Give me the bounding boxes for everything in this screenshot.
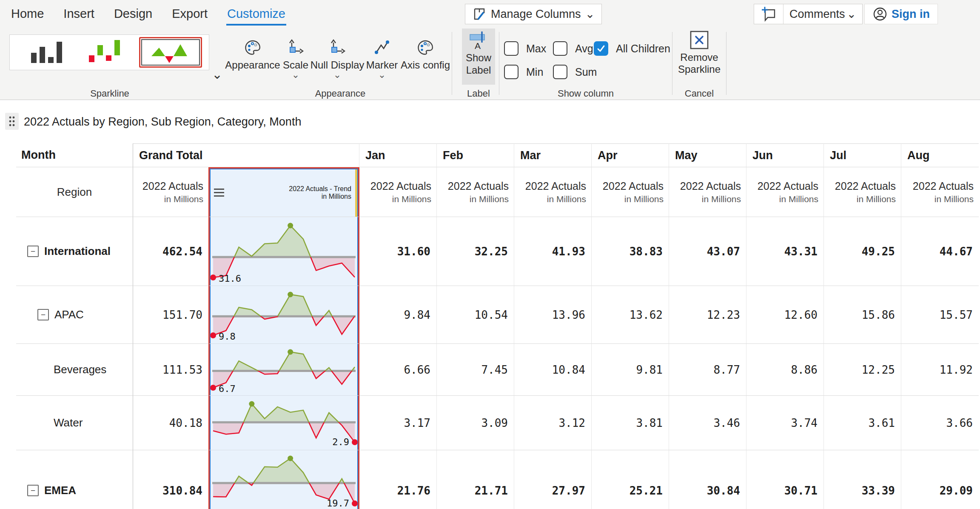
chevron-down-icon[interactable]: ⌄ — [308, 72, 367, 78]
unit-label: in Millions — [470, 194, 509, 204]
grand-total-measure-header[interactable]: 2022 Actualsin Millions — [133, 167, 208, 217]
measure-label: 2022 Actuals — [680, 180, 741, 192]
show-label-line2: Label — [462, 64, 495, 76]
column-header-aug[interactable]: Aug — [901, 143, 979, 167]
trend-sparkline: 9.8 — [211, 291, 357, 339]
sparkline-style-gallery — [9, 34, 209, 70]
tab-insert[interactable]: Insert — [63, 7, 94, 21]
trend-sparkline-cell[interactable]: 9.8 — [208, 286, 359, 344]
row-label-apac[interactable]: −APAC — [16, 286, 133, 344]
chevron-down-icon[interactable]: ⌄ — [364, 72, 400, 78]
collapse-icon[interactable]: − — [27, 485, 39, 496]
checkbox-sum[interactable] — [553, 65, 567, 79]
checkbox-max[interactable] — [504, 41, 518, 56]
month-value: 25.21 — [592, 450, 669, 509]
month-value: 31.60 — [359, 217, 437, 286]
unit-label: in Millions — [624, 194, 664, 204]
sign-in-label: Sign in — [892, 8, 930, 21]
remove-sparkline-button[interactable]: Remove Sparkline — [677, 29, 721, 91]
measure-label: 2022 Actuals — [913, 180, 974, 192]
trend-style-icon — [142, 40, 199, 65]
column-header-apr[interactable]: Apr — [592, 143, 669, 167]
measure-label: 2022 Actuals — [525, 180, 586, 192]
show-label-icon: A — [467, 30, 490, 50]
row-name: Beverages — [54, 363, 106, 376]
month-value: 9.84 — [359, 286, 437, 344]
checkbox-all-children[interactable] — [594, 41, 608, 56]
month-measure-header: 2022 Actualsin Millions — [359, 167, 437, 217]
trend-sparkline-cell[interactable]: 2.9 — [208, 396, 359, 450]
column-header-mar[interactable]: Mar — [514, 143, 592, 167]
trend-sparkline-cell[interactable]: 19.7 — [208, 450, 359, 509]
measure-label: 2022 Actuals — [142, 180, 203, 192]
chevron-down-icon[interactable]: ⌄ — [282, 72, 309, 78]
trend-sparkline-cell[interactable]: 6.7 — [208, 344, 359, 396]
show-label-toggle[interactable]: A Show Label — [462, 29, 495, 85]
row-dimension-label: Region — [16, 167, 133, 217]
sign-in-button[interactable]: Sign in — [864, 4, 938, 24]
column-header-may[interactable]: May — [669, 143, 746, 167]
checkbox-label: Sum — [575, 66, 597, 78]
row-label-beverages[interactable]: Beverages — [16, 344, 133, 396]
page-title: 2022 Actuals by Region, Sub Region, Cate… — [24, 100, 301, 143]
comments-button[interactable]: Comments ⌄ — [754, 4, 863, 24]
marker-button[interactable]: Marker⌄ — [364, 28, 400, 92]
column-header-jul[interactable]: Jul — [824, 143, 901, 167]
sparkline-style-bars[interactable] — [16, 38, 75, 66]
row-label-emea[interactable]: −EMEA — [16, 450, 133, 509]
scale-button[interactable]: Scale⌄ — [282, 28, 309, 92]
month-value: 7.45 — [437, 344, 514, 396]
tab-home[interactable]: Home — [11, 7, 44, 21]
ribbon-button-label: Axis config — [400, 59, 451, 71]
manage-columns-button[interactable]: Manage Columns ⌄ — [465, 4, 602, 24]
column-header-feb[interactable]: Feb — [437, 143, 514, 167]
add-comment-segment[interactable] — [754, 4, 783, 24]
month-value: 6.66 — [359, 344, 437, 396]
measure-label: 2022 Actuals — [603, 180, 664, 192]
checkbox-min[interactable] — [504, 65, 518, 79]
row-label-international[interactable]: −International — [16, 217, 133, 286]
show-label-line1: Show — [462, 51, 495, 64]
unit-label: in Millions — [857, 194, 896, 204]
collapse-icon[interactable]: − — [27, 246, 39, 257]
checkbox-label: Avg — [575, 43, 593, 55]
sparkline-style-trend-selected[interactable] — [139, 37, 202, 68]
tab-customize[interactable]: Customize — [227, 7, 285, 21]
palette-icon — [244, 39, 262, 57]
add-comment-icon — [760, 6, 777, 23]
month-value: 3.17 — [359, 396, 437, 450]
column-header-month[interactable]: Month — [16, 143, 133, 167]
column-header-grand-total[interactable]: Grand Total — [133, 143, 359, 167]
tab-design[interactable]: Design — [114, 7, 152, 21]
group-label-show-column: Show column — [543, 88, 628, 99]
column-menu-icon[interactable] — [214, 189, 224, 197]
axis-scale-icon — [328, 39, 346, 57]
grand-total-value: 151.70 — [133, 286, 208, 344]
month-value: 10.54 — [437, 286, 514, 344]
row-label-water[interactable]: Water — [16, 396, 133, 450]
month-value: 3.74 — [746, 396, 824, 450]
null-display-button[interactable]: Null Display⌄ — [308, 28, 367, 92]
axis-config-button[interactable]: Axis config — [400, 28, 451, 92]
month-value: 12.60 — [746, 286, 824, 344]
comments-segment[interactable]: Comments ⌄ — [783, 4, 862, 24]
tab-export[interactable]: Export — [172, 7, 208, 21]
column-header-jan[interactable]: Jan — [359, 143, 437, 167]
group-label-label: Label — [449, 88, 508, 99]
group-label-sparkline: Sparkline — [67, 88, 152, 99]
checkbox-label: All Children — [616, 43, 670, 55]
column-header-jun[interactable]: Jun — [746, 143, 824, 167]
sparkline-style-plus-minus[interactable] — [77, 38, 137, 66]
drag-handle-icon[interactable] — [5, 113, 19, 130]
checkbox-avg[interactable] — [553, 41, 567, 56]
trend-sparkline-cell[interactable]: 31.6 — [208, 217, 359, 286]
group-divider — [499, 32, 499, 95]
collapse-icon[interactable]: − — [37, 309, 49, 320]
gallery-more-chevron-icon[interactable]: ⌄ — [212, 67, 222, 82]
unit-label: in Millions — [547, 194, 586, 204]
check-icon — [596, 44, 606, 53]
measure-label: 2022 Actuals — [370, 180, 431, 192]
month-value: 13.62 — [592, 286, 669, 344]
appearance-button[interactable]: Appearance — [225, 28, 280, 92]
trend-column-header-selected[interactable]: 2022 Actuals - Trendin Millions — [208, 167, 359, 217]
